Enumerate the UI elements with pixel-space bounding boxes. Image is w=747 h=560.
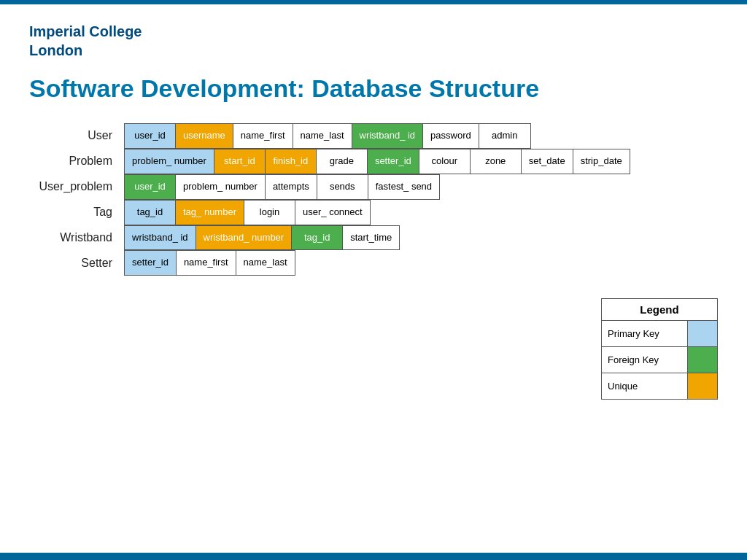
legend-label-0: Primary Key [602,321,688,346]
table-fields-4: wristband_ idwristband_ numbertag_idstar… [124,225,400,251]
field-2-1: problem_ number [176,175,266,199]
table-fields-5: setter_idname_firstname_last [124,250,295,276]
logo: Imperial College London [29,22,718,60]
table-fields-2: user_idproblem_ numberattemptssendsfaste… [124,174,440,200]
field-3-1: tag_ number [176,201,244,225]
legend-label-1: Foreign Key [602,347,688,373]
table-row-problem: Problemproblem_ numberstart_idfinish_idg… [29,149,718,174]
table-label-4: Wristband [29,231,124,244]
table-row-setter: Settersetter_idname_firstname_last [29,250,718,276]
table-row-wristband: Wristbandwristband_ idwristband_ numbert… [29,225,718,251]
field-0-6: admin [479,124,530,148]
field-4-0: wristband_ id [125,226,196,250]
field-0-4: wristband_ id [352,124,424,148]
bottom-bar [0,553,747,560]
field-4-2: tag_id [292,226,343,250]
field-1-5: colour [419,149,471,174]
page-title: Software Development: Database Structure [29,74,718,103]
field-5-2: name_last [236,251,295,275]
field-3-0: tag_id [125,201,176,225]
field-4-3: start_time [343,226,399,250]
legend-color-1 [688,347,717,373]
field-1-1: start_id [214,149,266,174]
field-1-4: setter_id [368,149,419,174]
table-label-1: Problem [29,155,124,168]
table-fields-3: tag_idtag_ numberloginuser_ connect [124,200,371,225]
field-2-4: fastest_ send [368,175,439,199]
field-1-0: problem_ number [125,149,214,174]
table-label-5: Setter [29,257,124,270]
legend-color-2 [688,373,717,399]
field-1-8: strip_date [573,149,630,174]
field-2-0: user_id [125,175,176,199]
legend-row-1: Foreign Key [602,347,717,373]
field-0-1: username [176,124,233,148]
field-0-3: name_last [293,124,352,148]
table-label-3: Tag [29,206,124,219]
field-1-7: set_date [522,149,573,174]
table-label-2: User_problem [29,180,124,193]
table-fields-1: problem_ numberstart_idfinish_idgradeset… [124,149,630,174]
field-4-1: wristband_ number [196,226,293,250]
field-0-0: user_id [125,124,176,148]
legend: Legend Primary KeyForeign KeyUnique [601,298,718,400]
legend-label-2: Unique [602,373,688,399]
field-3-3: user_ connect [295,201,370,225]
legend-row-2: Unique [602,373,717,399]
field-2-2: attempts [266,175,317,199]
field-2-3: sends [317,175,368,199]
table-row-user: Useruser_idusernamename_firstname_lastwr… [29,123,718,149]
table-label-0: User [29,129,124,142]
field-0-5: password [423,124,479,148]
field-1-3: grade [317,149,368,174]
field-0-2: name_first [233,124,293,148]
field-5-0: setter_id [125,251,177,275]
database-diagram: Useruser_idusernamename_firstname_lastwr… [29,123,718,276]
table-row-tag: Tagtag_idtag_ numberloginuser_ connect [29,200,718,225]
legend-color-0 [688,321,717,346]
field-1-6: zone [471,149,522,174]
table-row-user_problem: User_problemuser_idproblem_ numberattemp… [29,174,718,200]
field-1-2: finish_id [266,149,317,174]
legend-title: Legend [602,299,717,321]
legend-row-0: Primary Key [602,321,717,347]
field-5-1: name_first [177,251,236,275]
table-fields-0: user_idusernamename_firstname_lastwristb… [124,123,531,149]
field-3-2: login [244,201,295,225]
